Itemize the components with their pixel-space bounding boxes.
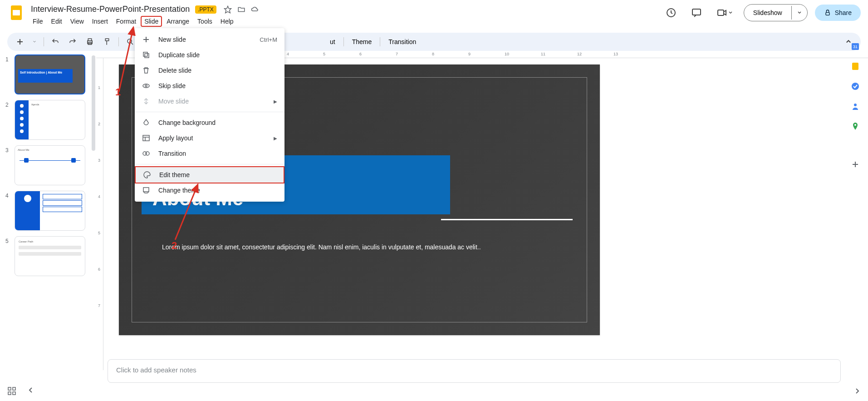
slideshow-dropdown[interactable] bbox=[791, 6, 807, 20]
menu-change-theme[interactable]: Change theme bbox=[135, 183, 284, 198]
menu-tools[interactable]: Tools bbox=[194, 16, 216, 27]
theme-icon bbox=[142, 186, 151, 194]
chevron-right-icon: ▶ bbox=[274, 136, 277, 141]
transition-icon bbox=[142, 149, 151, 158]
new-slide-dropdown[interactable] bbox=[29, 37, 40, 46]
svg-point-13 bbox=[143, 84, 149, 88]
thumbnail-1[interactable]: Self Introduction | About Me bbox=[15, 54, 85, 94]
slideshow-main[interactable]: Slideshow bbox=[744, 5, 791, 21]
speaker-notes[interactable]: Click to add speaker notes bbox=[108, 359, 841, 383]
layout-button[interactable]: ut bbox=[325, 35, 340, 48]
thumbnail-2[interactable]: Agenda bbox=[15, 100, 85, 140]
thumbnail-panel: 1 Self Introduction | About Me 2 Agenda … bbox=[0, 51, 96, 370]
svg-point-29 bbox=[854, 104, 857, 106]
menu-file[interactable]: File bbox=[29, 16, 47, 27]
plus-icon bbox=[142, 35, 151, 44]
chevron-right-icon: ▶ bbox=[274, 99, 277, 104]
thumbnail-4[interactable] bbox=[15, 191, 85, 231]
menu-change-background[interactable]: Change background bbox=[135, 115, 284, 130]
meet-icon[interactable] bbox=[713, 4, 736, 22]
undo-button[interactable] bbox=[48, 35, 63, 49]
svg-point-30 bbox=[854, 124, 856, 126]
header: Interview-Resume-PowerPoint-Presentation… bbox=[0, 0, 868, 29]
thumbnail-5[interactable]: Career Path bbox=[15, 236, 85, 276]
svg-rect-12 bbox=[145, 54, 149, 58]
share-button[interactable]: Share bbox=[815, 5, 861, 21]
slides-logo[interactable] bbox=[7, 4, 25, 22]
thumb-num: 1 bbox=[5, 54, 15, 63]
new-slide-button[interactable] bbox=[13, 35, 27, 48]
thumbnail-scrollbar[interactable] bbox=[92, 55, 95, 151]
right-sidebar: 31 bbox=[843, 33, 868, 169]
maps-icon[interactable] bbox=[851, 122, 860, 131]
redo-button[interactable] bbox=[65, 35, 80, 49]
eye-icon bbox=[142, 82, 151, 90]
menu-transition[interactable]: Transition bbox=[135, 146, 284, 161]
cloud-icon[interactable] bbox=[251, 5, 259, 14]
print-button[interactable] bbox=[82, 35, 98, 49]
comments-icon[interactable] bbox=[687, 4, 706, 22]
thumb-num: 3 bbox=[5, 145, 15, 153]
bottom-bar bbox=[5, 385, 863, 397]
transition-button[interactable]: Transition bbox=[384, 35, 421, 48]
prev-slide-button[interactable] bbox=[25, 385, 36, 397]
svg-rect-15 bbox=[143, 135, 149, 141]
thumb-num: 2 bbox=[5, 100, 15, 108]
paint-format-button[interactable] bbox=[99, 35, 115, 49]
thumbnail-2-title: Agenda bbox=[29, 100, 42, 139]
menu-duplicate-slide[interactable]: Duplicate slide bbox=[135, 47, 284, 63]
menu-arrange[interactable]: Arrange bbox=[163, 16, 193, 27]
svg-text:31: 31 bbox=[853, 45, 858, 49]
palette-icon bbox=[143, 171, 152, 179]
slide-menu-dropdown: New slideCtrl+M Duplicate slide Delete s… bbox=[135, 28, 284, 202]
slide-divider bbox=[441, 219, 573, 220]
thumbnail-3-title: About Me bbox=[18, 149, 82, 151]
add-addon-icon[interactable] bbox=[851, 160, 860, 169]
menu-insert[interactable]: Insert bbox=[88, 16, 112, 27]
move-folder-icon[interactable] bbox=[237, 5, 245, 14]
star-icon[interactable] bbox=[224, 5, 232, 14]
svg-rect-8 bbox=[88, 39, 92, 41]
calendar-icon[interactable]: 31 bbox=[851, 42, 860, 51]
svg-rect-5 bbox=[718, 10, 724, 15]
drop-icon bbox=[142, 119, 151, 127]
svg-rect-22 bbox=[13, 387, 15, 390]
svg-rect-27 bbox=[852, 63, 858, 70]
menu-new-slide[interactable]: New slideCtrl+M bbox=[135, 32, 284, 47]
contacts-icon[interactable] bbox=[851, 102, 860, 111]
tasks-icon[interactable] bbox=[851, 82, 860, 91]
thumb-num: 5 bbox=[5, 236, 15, 244]
document-title[interactable]: Interview-Resume-PowerPoint-Presentation bbox=[29, 4, 191, 15]
menu-edit[interactable]: Edit bbox=[48, 16, 66, 27]
theme-button[interactable]: Theme bbox=[348, 35, 377, 48]
svg-rect-6 bbox=[826, 12, 829, 15]
menu-edit-theme[interactable]: Edit theme bbox=[135, 166, 284, 183]
menu-apply-layout[interactable]: Apply layout▶ bbox=[135, 130, 284, 146]
thumbnail-5-title: Career Path bbox=[19, 240, 81, 243]
menu-move-slide: Move slide▶ bbox=[135, 94, 284, 109]
next-slide-button[interactable] bbox=[852, 386, 863, 396]
svg-rect-11 bbox=[143, 52, 147, 56]
history-icon[interactable] bbox=[662, 4, 680, 22]
slide-body-text[interactable]: Lorem ipsum dolor sit amet, consectetur … bbox=[162, 243, 536, 252]
menu-help[interactable]: Help bbox=[217, 16, 237, 27]
menu-delete-slide[interactable]: Delete slide bbox=[135, 63, 284, 78]
menu-skip-slide[interactable]: Skip slide bbox=[135, 78, 284, 94]
svg-point-14 bbox=[145, 85, 147, 87]
svg-rect-21 bbox=[8, 387, 11, 390]
grid-view-icon[interactable] bbox=[5, 385, 18, 397]
menu-bar: File Edit View Insert Format Slide Arran… bbox=[29, 16, 662, 27]
svg-rect-1 bbox=[13, 10, 20, 15]
ruler-vertical: 1234567 bbox=[96, 58, 103, 370]
menu-slide[interactable]: Slide bbox=[141, 16, 162, 27]
thumbnail-3[interactable]: About Me bbox=[15, 145, 85, 185]
menu-format[interactable]: Format bbox=[113, 16, 140, 27]
svg-point-28 bbox=[852, 83, 859, 90]
thumbnail-1-title: Self Introduction | About Me bbox=[18, 69, 73, 83]
keep-icon[interactable] bbox=[851, 62, 860, 71]
svg-marker-2 bbox=[224, 6, 231, 13]
menu-view[interactable]: View bbox=[67, 16, 88, 27]
svg-rect-18 bbox=[143, 188, 149, 192]
lock-icon bbox=[824, 9, 831, 16]
svg-rect-24 bbox=[13, 392, 15, 395]
